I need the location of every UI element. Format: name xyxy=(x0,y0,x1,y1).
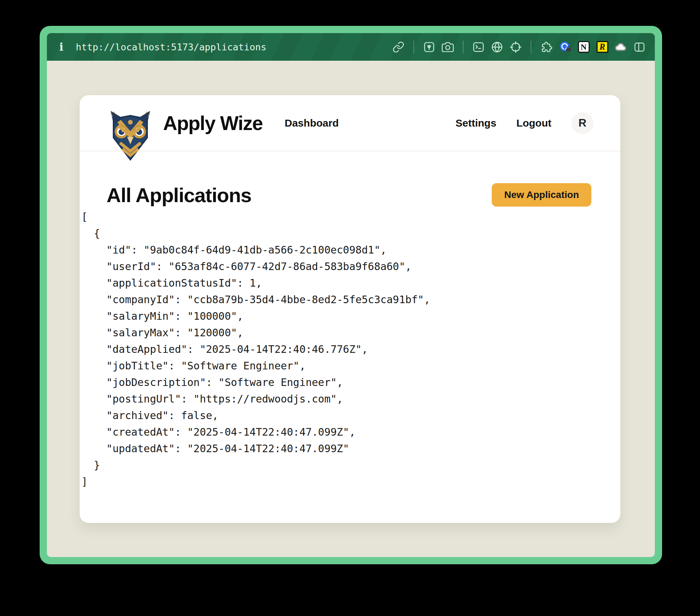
puzzle-icon[interactable] xyxy=(540,41,553,53)
nav-right: Settings Logout R xyxy=(456,112,593,134)
info-icon[interactable]: i xyxy=(59,42,63,52)
r-extension-icon[interactable]: R xyxy=(596,41,609,53)
toolbar-icon-row: N R xyxy=(392,41,646,53)
page-title: All Applications xyxy=(107,183,251,207)
avatar[interactable]: R xyxy=(571,112,593,134)
image-icon[interactable] xyxy=(423,41,436,53)
brand-title[interactable]: Apply Wize xyxy=(163,112,263,135)
app-header: Apply Wize Dashboard Settings Logout R xyxy=(80,95,620,151)
nav-settings[interactable]: Settings xyxy=(456,117,496,129)
notion-icon[interactable]: N xyxy=(577,41,590,53)
page-viewport: Apply Wize Dashboard Settings Logout R A… xyxy=(47,61,655,557)
crosshair-icon[interactable] xyxy=(509,41,522,53)
nav-logout[interactable]: Logout xyxy=(516,117,551,129)
cloud-icon[interactable] xyxy=(614,41,627,53)
browser-window: i http://localhost:5173/applications xyxy=(40,26,662,564)
globe-icon[interactable] xyxy=(491,41,503,53)
camera-icon[interactable] xyxy=(441,41,454,53)
new-application-button[interactable]: New Application xyxy=(492,183,591,207)
link-icon[interactable] xyxy=(392,41,405,53)
address-bar[interactable]: http://localhost:5173/applications xyxy=(76,42,267,52)
applications-json-output: [ { "id": "9ab0c84f-64d9-41db-a566-2c100… xyxy=(80,209,620,490)
onepassword-icon[interactable] xyxy=(559,41,571,53)
split-view-icon[interactable] xyxy=(633,41,646,53)
toolbar-divider xyxy=(413,41,414,53)
app-card: Apply Wize Dashboard Settings Logout R A… xyxy=(80,95,620,523)
toolbar-divider xyxy=(463,41,463,53)
nav-dashboard[interactable]: Dashboard xyxy=(285,117,339,129)
title-row: All Applications New Application xyxy=(80,183,620,207)
toolbar-divider xyxy=(531,41,531,53)
terminal-icon[interactable] xyxy=(472,41,485,53)
owl-logo[interactable] xyxy=(107,109,154,161)
browser-toolbar: i http://localhost:5173/applications xyxy=(47,33,655,61)
